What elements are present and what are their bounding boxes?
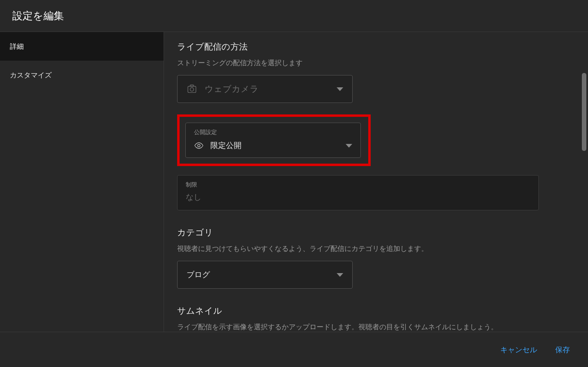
dialog-body: 詳細 カスタマイズ ライブ配信の方法 ストリーミングの配信方法を選択します ウェ… (0, 32, 588, 332)
eye-icon (194, 141, 204, 150)
dialog-header: 設定を編集 (0, 0, 588, 32)
svg-rect-2 (190, 85, 194, 86)
visibility-value: 限定公開 (210, 140, 346, 151)
stream-method-value: ウェブカメラ (205, 83, 337, 95)
category-select[interactable]: ブログ (177, 261, 353, 289)
visibility-label: 公開設定 (194, 129, 352, 136)
scrollbar-thumb[interactable] (582, 73, 586, 151)
svg-rect-0 (188, 87, 196, 93)
camera-icon (187, 84, 197, 94)
svg-point-1 (190, 88, 194, 91)
sidebar-item-details[interactable]: 詳細 (0, 32, 164, 61)
section-desc-stream-method: ストリーミングの配信方法を選択します (177, 58, 568, 68)
section-title-thumbnail: サムネイル (177, 305, 568, 317)
save-button[interactable]: 保存 (554, 342, 572, 358)
settings-sidebar: 詳細 カスタマイズ (0, 32, 164, 332)
settings-main: ライブ配信の方法 ストリーミングの配信方法を選択します ウェブカメラ 公開設定 (164, 32, 588, 332)
visibility-select[interactable]: 公開設定 限定公開 (185, 123, 361, 158)
dialog-footer: キャンセル 保存 (0, 332, 588, 367)
visibility-highlight: 公開設定 限定公開 (177, 114, 371, 166)
section-title-category: カテゴリ (177, 227, 568, 238)
edit-settings-dialog: 設定を編集 詳細 カスタマイズ ライブ配信の方法 ストリーミングの配信方法を選択… (0, 0, 588, 367)
section-desc-category: 視聴者に見つけてもらいやすくなるよう、ライブ配信にカテゴリを追加します。 (177, 244, 568, 253)
dialog-title: 設定を編集 (12, 9, 64, 23)
stream-method-select[interactable]: ウェブカメラ (177, 75, 353, 103)
restriction-label: 制限 (186, 181, 530, 189)
cancel-button[interactable]: キャンセル (499, 342, 539, 358)
chevron-down-icon (337, 87, 343, 91)
svg-point-3 (198, 144, 200, 147)
restriction-value: なし (186, 192, 530, 203)
chevron-down-icon (346, 144, 352, 148)
restriction-field[interactable]: 制限 なし (177, 175, 539, 210)
chevron-down-icon (337, 273, 343, 277)
sidebar-item-label: 詳細 (10, 42, 24, 51)
category-value: ブログ (187, 269, 337, 280)
sidebar-item-label: カスタマイズ (10, 71, 52, 80)
sidebar-item-customize[interactable]: カスタマイズ (0, 61, 164, 89)
section-title-stream-method: ライブ配信の方法 (177, 41, 568, 52)
settings-scroll-area: ライブ配信の方法 ストリーミングの配信方法を選択します ウェブカメラ 公開設定 (164, 32, 580, 332)
section-desc-thumbnail: ライブ配信を示す画像を選択するかアップロードします。視聴者の目を引くサムネイルに… (177, 322, 568, 332)
